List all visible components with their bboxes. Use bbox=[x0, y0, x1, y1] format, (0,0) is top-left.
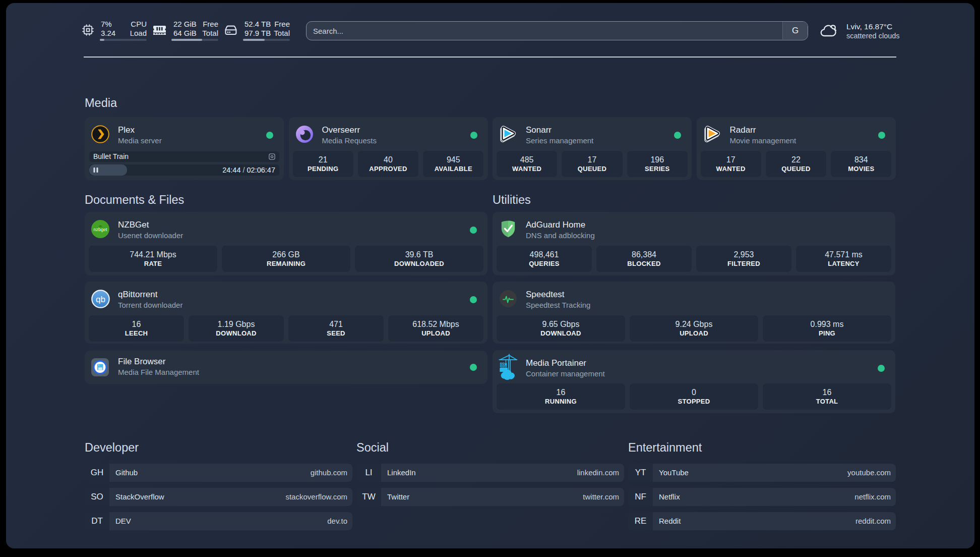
svg-text:nzbget: nzbget bbox=[93, 227, 107, 232]
svg-text:qb: qb bbox=[96, 295, 105, 304]
